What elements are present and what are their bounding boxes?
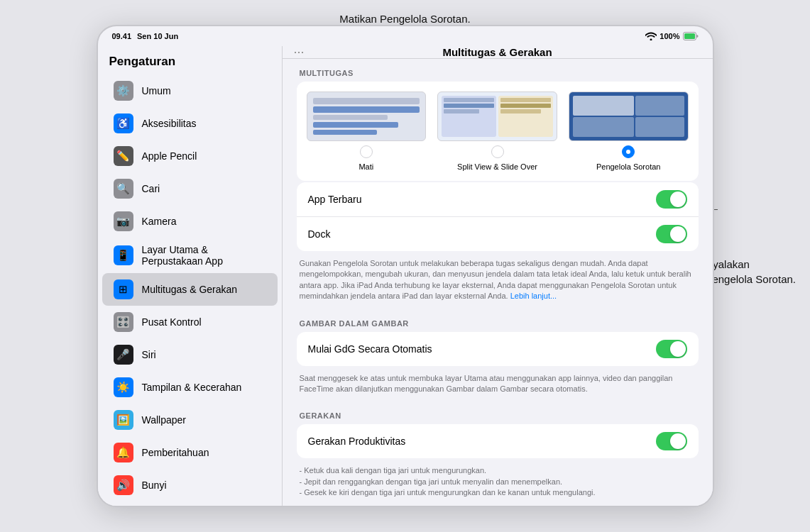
settings-group-gdg: Mulai GdG Secara Otomatis [297,332,699,366]
label-dock: Dock [308,228,331,240]
pemberitahuan-icon: 🔔 [114,443,133,462]
sidebar-label-kamera: Kamera [142,216,177,227]
radio-split[interactable] [491,145,504,158]
svg-rect-1 [684,33,695,39]
umum-icon: ⚙️ [114,81,133,101]
sidebar-item-siri[interactable]: 🎤 Siri [102,338,278,371]
multitask-options: Mati [297,82,699,181]
label-split: Split View & Slide Over [457,162,537,171]
lebih-lanjut-link[interactable]: Lebih lanjut... [510,292,557,300]
preview-split [437,92,557,141]
label-gerakan-produktivitas: Gerakan Produktivitas [308,436,406,447]
sidebar-item-pemberitahuan[interactable]: 🔔 Pemberitahuan [102,436,278,469]
sidebar-item-bunyi[interactable]: 🔊 Bunyi [102,469,278,501]
sidebar-label-cari: Cari [142,183,160,194]
sidebar-label-pusat-kontrol: Pusat Kontrol [142,316,202,328]
bunyi-icon: 🔊 [114,475,133,495]
preview-bar-2 [313,106,420,113]
settings-row-app-terbaru[interactable]: App Terbaru [297,182,699,217]
sidebar-item-layar-utama[interactable]: 📱 Layar Utama & Perpustakaan App [102,238,278,273]
label-gdg: Mulai GdG Secara Otomatis [308,343,432,355]
sidebar-item-multitugas[interactable]: ⊞ Multitugas & Gerakan [102,273,278,306]
toggle-gdg[interactable] [656,340,687,358]
label-app-terbaru: App Terbaru [308,194,362,205]
sidebar-item-tampilan[interactable]: ☀️ Tampilan & Kecerahan [102,371,278,404]
callout-top-label: Matikan Pengelola Sorotan. [339,13,470,25]
radio-mati[interactable] [360,145,373,158]
sidebar-item-kamera[interactable]: 📷 Kamera [102,205,278,238]
sidebar-label-tampilan: Tampilan & Kecerahan [142,382,242,393]
sidebar-label-layar-utama: Layar Utama & Perpustakaan App [142,244,266,267]
gdg-section-header: GAMBAR DALAM GAMBAR [297,309,699,332]
sidebar-title: Pengaturan [98,46,282,74]
preview-pengelola [569,92,689,141]
preview-bar-1 [313,98,420,104]
label-pengelola: Pengelola Sorotan [596,162,661,171]
wallpaper-icon: 🖼️ [114,410,133,430]
pusat-kontrol-icon: 🎛️ [114,312,133,332]
ipad-content: Pengaturan ⚙️ Umum ♿ Aksesibilitas ✏️ Ap… [98,46,713,506]
battery-icon [683,32,699,40]
sidebar-label-aksesibilitas: Aksesibilitas [142,118,197,129]
time-display: 09.41 [112,32,132,40]
sidebar-label-wallpaper: Wallpaper [142,414,187,426]
radio-pengelola[interactable] [622,145,635,158]
settings-row-gerakan-produktivitas[interactable]: Gerakan Produktivitas [297,424,699,458]
description-pengelola: Gunakan Pengelola Sorotan untuk melakuka… [297,253,699,309]
sidebar-item-aksesibilitas[interactable]: ♿ Aksesibilitas [102,107,278,140]
sidebar-item-cari[interactable]: 🔍 Cari [102,172,278,205]
sidebar-label-siri: Siri [142,349,156,360]
kamera-icon: 📷 [114,211,133,231]
ipad-frame: 09.41 Sen 10 Jun 100% Pengaturan ⚙️ [97,25,714,507]
settings-row-dock[interactable]: Dock [297,217,699,251]
multitugas-icon: ⊞ [114,279,133,299]
multitask-option-split[interactable]: Split View & Slide Over [437,92,557,171]
preview-bar-5 [313,130,377,135]
wifi-icon [645,32,657,40]
aksesibilitas-icon: ♿ [114,113,133,133]
sidebar-item-umum[interactable]: ⚙️ Umum [102,74,278,107]
sidebar-label-pemberitahuan: Pemberitahuan [142,447,209,458]
battery-display: 100% [660,32,679,40]
sidebar-item-apple-pencil[interactable]: ✏️ Apple Pencil [102,140,278,172]
siri-icon: 🎤 [114,345,133,365]
status-bar: 09.41 Sen 10 Jun 100% [98,26,713,46]
callout-right-label: Nyalakan Pengelola Sorotan. [705,257,796,287]
description-gerakan-produktivitas: - Ketuk dua kali dengan tiga jari untuk … [297,460,699,505]
gerakan-section-header: GERAKAN [297,401,699,424]
cari-icon: 🔍 [114,179,133,199]
toggle-app-terbaru[interactable] [656,190,687,209]
toggle-dock[interactable] [656,225,687,243]
nav-bar: ··· Multitugas & Gerakan [283,46,713,59]
tampilan-icon: ☀️ [114,377,133,397]
sidebar-item-fokus[interactable]: 🌙 Fokus [102,501,278,506]
preview-bar-4 [313,122,399,127]
sidebar-item-wallpaper[interactable]: 🖼️ Wallpaper [102,404,278,436]
main-panel: ··· Multitugas & Gerakan MULTITUGAS [283,46,713,506]
sidebar-label-bunyi: Bunyi [142,480,167,491]
date-display: Sen 10 Jun [137,32,178,40]
sidebar-label-apple-pencil: Apple Pencil [142,150,197,162]
sidebar-item-pusat-kontrol[interactable]: 🎛️ Pusat Kontrol [102,306,278,338]
toggle-gerakan-produktivitas[interactable] [656,432,687,450]
description-gdg: Saat menggesek ke atas untuk membuka lay… [297,367,699,402]
sidebar-label-umum: Umum [142,85,171,96]
settings-group-gerakan-produktivitas: Gerakan Produktivitas [297,424,699,458]
content-area: MULTITUGAS Mat [283,59,713,506]
sidebar: Pengaturan ⚙️ Umum ♿ Aksesibilitas ✏️ Ap… [98,46,283,506]
apple-pencil-icon: ✏️ [114,146,133,166]
status-bar-left: 09.41 Sen 10 Jun [112,32,179,40]
nav-dots[interactable]: ··· [294,46,305,60]
settings-group-main: App Terbaru Dock [297,182,699,251]
multitugas-section-header: MULTITUGAS [297,59,699,82]
preview-bar-3 [313,115,388,120]
sidebar-label-multitugas: Multitugas & Gerakan [142,284,238,295]
nav-title: Multitugas & Gerakan [442,46,552,58]
multitask-option-mati[interactable]: Mati [307,92,427,171]
settings-row-gdg[interactable]: Mulai GdG Secara Otomatis [297,332,699,366]
status-bar-right: 100% [645,32,698,40]
multitask-option-pengelola[interactable]: Pengelola Sorotan [569,92,689,171]
label-mati: Mati [359,162,373,171]
layar-utama-icon: 📱 [114,245,133,265]
preview-mati [307,92,427,141]
